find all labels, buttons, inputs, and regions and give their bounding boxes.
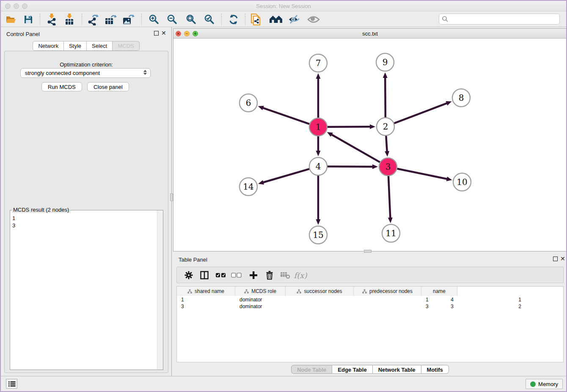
close-table-panel-icon[interactable]: ✕ [560,256,565,262]
criterion-select[interactable]: strongly connected component [20,68,151,78]
add-column-icon[interactable] [247,269,260,282]
arrowhead-icon [258,180,264,185]
delete-table-icon[interactable] [278,269,292,282]
network-window-titlebar[interactable]: ✕ − + scc.txt [173,29,567,39]
memory-button[interactable]: Memory [526,379,563,389]
column-header-MCDS-role[interactable]: MCDS role [235,287,286,296]
float-table-panel-icon[interactable] [553,257,558,261]
toolbar-separator [40,14,40,25]
search-input[interactable] [449,16,559,22]
tab-node-table[interactable]: Node Table [291,365,332,374]
table-cell: 1 [181,297,184,303]
export-network-icon[interactable] [86,13,100,26]
table-settings-icon[interactable] [182,269,195,282]
table-cell: dominator [239,304,262,309]
tab-style[interactable]: Style [64,41,87,51]
select-all-columns-icon[interactable] [214,269,228,282]
table-row[interactable]: 3dominator323 [177,303,563,310]
arrowhead-icon [370,124,375,129]
edge-1-6[interactable] [262,108,309,124]
tab-mcds[interactable]: MCDS [113,41,139,51]
network-canvas[interactable]: 7968124314101511 [173,39,567,251]
import-network-icon[interactable] [45,13,58,26]
tab-edge-table[interactable]: Edge Table [332,365,372,374]
float-panel-icon[interactable] [154,31,159,36]
zoom-out-icon[interactable] [165,13,179,26]
tab-network[interactable]: Network [33,41,64,51]
hide-selected-icon[interactable] [287,13,301,26]
status-bar: Memory [1,376,566,391]
edge-4-3[interactable] [328,166,373,167]
table-header-row: shared nameMCDS rolesuccessor nodesprede… [177,287,457,296]
arrowhead-icon [372,164,378,169]
column-header-name[interactable]: name [421,287,457,296]
close-panel-button[interactable]: Close panel [87,82,129,91]
column-header-successor-nodes[interactable]: successor nodes [286,287,354,296]
network-graph[interactable]: 7968124314101511 [173,39,567,251]
app-window: Session: New Session [0,0,567,392]
list-icon [8,381,16,387]
node-table[interactable]: shared nameMCDS rolesuccessor nodesprede… [176,286,564,362]
control-panel: Control Panel ✕ NetworkStyleSelectMCDS O… [1,27,172,376]
table-panel-header: Table Panel ✕ [173,253,567,265]
column-type-icon [244,289,249,294]
column-browser-icon[interactable] [198,269,211,282]
import-table-icon[interactable] [63,13,76,26]
network-view-window: ✕ − + scc.txt 7968124314101511 [173,28,567,251]
control-panel-header: Control Panel ✕ [1,27,171,40]
network-from-selection-icon[interactable] [249,13,262,26]
node-label: 4 [316,161,321,171]
edge-3-10[interactable] [397,168,448,179]
close-panel-icon[interactable]: ✕ [161,30,166,36]
function-builder-icon[interactable]: f(x) [294,269,307,282]
zoom-in-icon[interactable] [147,13,161,26]
table-cell: 2 [518,304,521,309]
edge-2-9[interactable] [385,77,385,117]
column-header-predecessor-nodes[interactable]: predecessor nodes [354,287,421,296]
arrowhead-icon [446,177,452,181]
edge-2-8[interactable] [394,103,448,123]
save-session-icon[interactable] [22,13,35,26]
arrowhead-icon [258,106,264,110]
tab-network-table[interactable]: Network Table [373,365,421,374]
node-label: 8 [459,93,464,103]
edge-2-3[interactable] [386,136,387,152]
table-panel: Table Panel ✕ [173,253,567,376]
table-cell: 1 [518,297,521,303]
table-cell: 3 [451,304,454,309]
edge-1-2[interactable] [328,127,371,127]
zoom-selected-icon[interactable] [203,13,216,26]
arrowhead-icon [316,219,321,225]
export-table-icon[interactable] [104,13,118,26]
split-handle-vertical[interactable] [170,193,173,201]
zoom-fit-icon[interactable] [184,13,198,26]
tab-motifs[interactable]: Motifs [421,365,449,374]
toolbar-separator [82,14,82,25]
edge-3-1[interactable] [331,134,380,162]
delete-columns-icon[interactable] [263,269,276,282]
tab-select[interactable]: Select [87,41,113,51]
optimization-criterion-label: Optimization criterion: [5,61,168,68]
export-image-icon[interactable] [122,13,135,26]
edge-4-14[interactable] [263,169,309,182]
show-all-icon[interactable] [307,13,320,26]
memory-status-icon [530,381,536,387]
table-cell: dominator [239,297,262,303]
open-session-icon[interactable] [4,13,18,26]
window-title: Session: New Session [1,3,566,9]
split-handle-horizontal[interactable] [364,250,372,253]
column-header-shared-name[interactable]: shared name [177,287,235,296]
run-mcds-button[interactable]: Run MCDS [41,82,82,91]
edge-3-11[interactable] [388,176,390,218]
unselect-all-columns-icon[interactable] [230,269,243,282]
arrowhead-icon [383,72,388,78]
task-history-button[interactable] [6,379,17,389]
refresh-view-icon[interactable] [227,13,240,26]
mcds-result-scrollbar[interactable] [157,210,163,370]
table-panel-title: Table Panel [179,257,207,263]
criterion-value: strongly connected component [25,70,100,76]
table-row[interactable]: 1dominator411 [177,296,563,303]
search-field[interactable] [439,14,560,25]
node-label: 7 [316,58,321,68]
home-layout-icon[interactable] [269,13,283,26]
